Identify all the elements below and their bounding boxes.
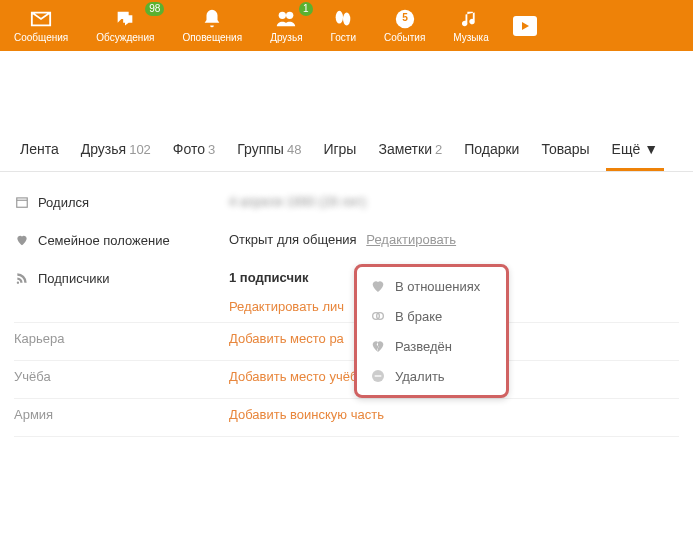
heart-icon [14,232,30,248]
add-study-link[interactable]: Добавить место учёбы [229,369,367,384]
calendar-icon [14,194,30,210]
svg-point-1 [286,12,293,19]
popup-divorced[interactable]: Разведён [357,331,506,361]
row-career: Карьера Добавить место ра [14,323,679,361]
nav-label: Музыка [453,32,488,43]
profile-tabs: Лента Друзья102 Фото3 Группы48 Игры Заме… [0,131,693,172]
study-label: Учёба [14,369,51,384]
popup-married[interactable]: В браке [357,301,506,331]
broken-heart-icon [369,337,387,355]
edit-status-link[interactable]: Редактировать [366,232,456,247]
chat-icon [114,8,136,30]
row-army: Армия Добавить воинскую часть [14,399,679,437]
rings-icon [369,307,387,325]
nav-events[interactable]: 5 События [370,8,439,43]
events-icon: 5 [394,8,416,30]
nav-guests[interactable]: Гости [317,8,370,43]
svg-point-3 [343,13,350,26]
tab-goods[interactable]: Товары [535,131,595,171]
popup-label: В браке [395,309,442,324]
heart-icon [369,277,387,295]
friends-icon [275,8,297,30]
popup-delete[interactable]: Удалить [357,361,506,391]
subs-value: 1 подписчик [229,270,309,285]
mail-icon [30,8,52,30]
banner-area [0,51,693,131]
nav-messages[interactable]: Сообщения [0,8,82,43]
status-label: Семейное положение [38,233,170,248]
svg-point-0 [279,12,286,19]
popup-in-relationship[interactable]: В отношениях [357,271,506,301]
svg-rect-10 [375,375,382,376]
bell-icon [201,8,223,30]
nav-label: Друзья [270,32,302,43]
nav-label: Гости [331,32,356,43]
add-career-link[interactable]: Добавить место ра [229,331,344,346]
tab-feed[interactable]: Лента [14,131,65,171]
svg-point-2 [336,11,343,24]
svg-rect-6 [17,198,28,207]
add-army-link[interactable]: Добавить воинскую часть [229,407,384,422]
profile-info: Родился 4 апреля 1990 (28 лет) Семейное … [0,172,693,437]
edit-personal-link[interactable]: Редактировать лич [229,299,344,314]
row-study: Учёба Добавить место учёбы [14,361,679,399]
nav-label: Оповещения [182,32,242,43]
row-born: Родился 4 апреля 1990 (28 лет) [14,186,679,224]
relationship-popup: В отношениях В браке Разведён Удалить [354,264,509,398]
born-value: 4 апреля 1990 (28 лет) [229,194,366,209]
nav-label: Сообщения [14,32,68,43]
born-label: Родился [38,195,89,210]
badge-count: 98 [145,2,164,16]
music-icon [460,8,482,30]
top-navigation: Сообщения 98 Обсуждения Оповещения 1 Дру… [0,0,693,51]
tab-photos[interactable]: Фото3 [167,131,221,171]
tab-friends[interactable]: Друзья102 [75,131,157,171]
play-button[interactable] [513,16,537,36]
popup-label: Разведён [395,339,452,354]
minus-icon [369,367,387,385]
badge-count: 1 [299,2,313,16]
career-label: Карьера [14,331,65,346]
tab-groups[interactable]: Группы48 [231,131,307,171]
tab-gifts[interactable]: Подарки [458,131,525,171]
tab-more[interactable]: Ещё ▼ [606,131,664,171]
status-value: Открыт для общения [229,232,357,247]
subs-label: Подписчики [38,271,110,286]
row-subscribers: Подписчики 1 подписчик Редактировать лич… [14,262,679,323]
popup-label: Удалить [395,369,445,384]
nav-label: Обсуждения [96,32,154,43]
rss-icon [14,270,30,286]
tab-games[interactable]: Игры [317,131,362,171]
svg-text:5: 5 [402,12,408,23]
nav-friends[interactable]: 1 Друзья [256,8,316,43]
nav-music[interactable]: Музыка [439,8,502,43]
nav-label: События [384,32,425,43]
shoes-icon [332,8,354,30]
nav-notifications[interactable]: Оповещения [168,8,256,43]
nav-discussions[interactable]: 98 Обсуждения [82,8,168,43]
army-label: Армия [14,407,53,422]
tab-notes[interactable]: Заметки2 [372,131,448,171]
popup-label: В отношениях [395,279,480,294]
row-status: Семейное положение Открыт для общения Ре… [14,224,679,262]
play-icon [519,20,531,32]
